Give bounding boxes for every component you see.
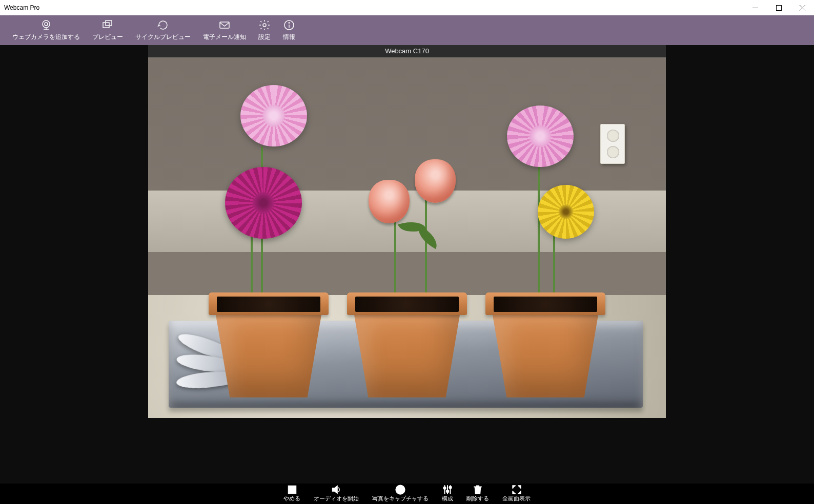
svg-rect-13 xyxy=(288,486,296,493)
camera-viewport: Webcam C170 xyxy=(0,45,814,484)
svg-rect-6 xyxy=(103,23,109,28)
svg-point-5 xyxy=(45,23,48,26)
cycle-preview-button[interactable]: サイクルプレビュー xyxy=(135,19,191,41)
preview-label: プレビュー xyxy=(92,33,123,41)
wall-outlet xyxy=(600,124,625,164)
camera-title: Webcam C170 xyxy=(148,45,666,57)
start-audio-button[interactable]: オーディオを開始 xyxy=(314,485,359,502)
main-toolbar: ウェブカメラを追加する プレビュー サイクルプレビュー 電子メール通知 設定 情… xyxy=(0,15,814,45)
window-minimize-button[interactable] xyxy=(743,0,767,15)
gear-icon xyxy=(258,19,271,31)
add-webcam-button[interactable]: ウェブカメラを追加する xyxy=(12,19,80,41)
flower-magenta-daisy xyxy=(225,167,302,239)
email-notify-label: 電子メール通知 xyxy=(203,33,246,41)
preview-button[interactable]: プレビュー xyxy=(92,19,123,41)
stop-button[interactable]: やめる xyxy=(283,485,300,502)
stop-icon xyxy=(287,485,298,494)
info-button[interactable]: 情報 xyxy=(283,19,295,41)
svg-point-14 xyxy=(396,485,405,494)
delete-button[interactable]: 削除する xyxy=(466,485,489,502)
window-controls xyxy=(743,0,814,15)
svg-point-19 xyxy=(446,490,449,492)
settings-button[interactable]: 設定 xyxy=(258,19,271,41)
window-close-button[interactable] xyxy=(790,0,814,15)
settings-label: 設定 xyxy=(258,33,271,41)
configure-button[interactable]: 構成 xyxy=(442,485,453,502)
cycle-icon xyxy=(157,19,169,31)
delete-label: 削除する xyxy=(466,495,489,502)
window-titlebar: Webcam Pro xyxy=(0,0,814,15)
cycle-preview-label: サイクルプレビュー xyxy=(135,33,191,41)
webcam-icon xyxy=(40,19,52,31)
svg-rect-1 xyxy=(776,5,781,10)
svg-point-12 xyxy=(289,22,290,23)
stop-label: やめる xyxy=(283,495,300,502)
sliders-icon xyxy=(442,485,453,494)
svg-point-4 xyxy=(43,20,50,28)
trash-icon xyxy=(472,485,483,494)
shutter-icon xyxy=(395,485,406,494)
fullscreen-label: 全画面表示 xyxy=(502,495,531,502)
svg-point-20 xyxy=(449,486,451,488)
info-label: 情報 xyxy=(283,33,295,41)
speaker-icon xyxy=(331,485,342,494)
flower-rose-right xyxy=(415,159,456,203)
flower-pink-daisy xyxy=(240,85,307,146)
window-maximize-button[interactable] xyxy=(767,0,790,15)
svg-point-9 xyxy=(263,24,266,27)
flower-rose-left xyxy=(369,180,410,223)
add-webcam-label: ウェブカメラを追加する xyxy=(12,33,80,41)
capture-label: 写真をキャプチャする xyxy=(372,495,429,502)
flower-pot-2 xyxy=(353,292,461,397)
flower-pot-3 xyxy=(492,292,599,397)
capture-button[interactable]: 写真をキャプチャする xyxy=(372,485,429,502)
flower-yellow-daisy xyxy=(538,185,594,239)
svg-point-18 xyxy=(443,487,445,489)
panel-spacer xyxy=(148,418,666,463)
window-title: Webcam Pro xyxy=(0,4,39,11)
info-icon xyxy=(283,19,295,31)
configure-label: 構成 xyxy=(442,495,453,502)
flower-pink-daisy-right xyxy=(507,106,574,167)
preview-icon xyxy=(101,19,114,31)
camera-feed[interactable] xyxy=(148,57,666,418)
capture-toolbar: やめる オーディオを開始 写真をキャプチャする 構成 削除する 全画面表示 xyxy=(0,484,814,504)
email-notify-button[interactable]: 電子メール通知 xyxy=(203,19,246,41)
start-audio-label: オーディオを開始 xyxy=(314,495,359,502)
flower-pot-1 xyxy=(215,292,322,397)
svg-rect-7 xyxy=(106,20,112,26)
fullscreen-icon xyxy=(511,485,522,494)
mail-icon xyxy=(218,19,231,31)
camera-panel: Webcam C170 xyxy=(148,45,666,463)
svg-rect-8 xyxy=(220,22,229,28)
fullscreen-button[interactable]: 全画面表示 xyxy=(502,485,531,502)
